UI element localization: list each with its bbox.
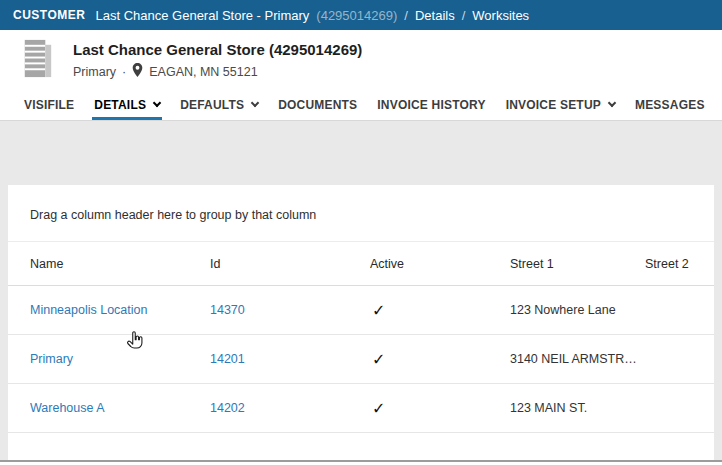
column-header-active[interactable]: Active (370, 257, 510, 271)
subtitle-separator: · (122, 65, 126, 79)
active-check-icon: ✓ (370, 350, 510, 369)
tab-label: INVOICE HISTORY (377, 98, 485, 112)
breadcrumb-separator: / (404, 8, 408, 23)
tab-label: DETAILS (94, 98, 146, 112)
worksite-name-link[interactable]: Warehouse A (30, 401, 105, 415)
tab-documents[interactable]: DOCUMENTS (278, 89, 357, 120)
customer-location: EAGAN, MN 55121 (149, 65, 257, 79)
table-row: Warehouse A 14202 ✓ 123 MAIN ST. (8, 384, 714, 433)
tab-details[interactable]: DETAILS (94, 89, 160, 120)
worksite-id-link[interactable]: 14370 (210, 303, 245, 317)
worksites-grid-card: Drag a column header here to group by th… (8, 185, 714, 465)
table-row: Primary 14201 ✓ 3140 NEIL ARMSTRON... (8, 335, 714, 384)
customer-header-text: Last Chance General Store (4295014269) P… (73, 41, 362, 80)
tab-label: INVOICE SETUP (506, 98, 601, 112)
column-header-street2[interactable]: Street 2 (645, 257, 692, 271)
breadcrumb-details[interactable]: Details (415, 8, 455, 23)
breadcrumb-entity-name[interactable]: Last Chance General Store - Primary (95, 8, 309, 23)
top-navigation-bar: CUSTOMER Last Chance General Store - Pri… (0, 0, 722, 30)
page-title: Last Chance General Store (4295014269) (73, 41, 362, 58)
tab-label: DEFAULTS (180, 98, 244, 112)
active-check-icon: ✓ (370, 399, 510, 418)
column-header-id[interactable]: Id (210, 257, 370, 271)
building-icon (14, 36, 59, 85)
location-pin-icon (132, 63, 143, 80)
chevron-down-icon (251, 99, 259, 107)
tab-invoice-setup[interactable]: INVOICE SETUP (506, 89, 615, 120)
breadcrumb-worksites[interactable]: Worksites (472, 8, 529, 23)
customer-section-label: CUSTOMER (13, 8, 85, 22)
tab-label: DOCUMENTS (278, 98, 357, 112)
tab-label: VISIFILE (24, 98, 74, 112)
table-row: Minneapolis Location 14370 ✓ 123 Nowhere… (8, 286, 714, 335)
street1-value: 3140 NEIL ARMSTRON... (510, 352, 645, 366)
breadcrumb-entity-id: (4295014269) (316, 8, 397, 23)
breadcrumb-separator: / (462, 8, 466, 23)
chevron-down-icon (608, 99, 616, 107)
street1-value: 123 MAIN ST. (510, 401, 645, 415)
column-header-street1[interactable]: Street 1 (510, 257, 645, 271)
column-header-name[interactable]: Name (30, 257, 210, 271)
grid-group-by-panel[interactable]: Drag a column header here to group by th… (8, 185, 714, 242)
worksite-id-link[interactable]: 14201 (210, 352, 245, 366)
customer-tab-strip: VISIFILE DETAILS DEFAULTS DOCUMENTS INVO… (0, 89, 722, 121)
worksite-name-link[interactable]: Primary (30, 352, 73, 366)
street1-value: 123 Nowhere Lane (510, 303, 645, 317)
tab-label: MESSAGES (635, 98, 705, 112)
window-bottom-edge (0, 460, 722, 465)
tab-messages[interactable]: MESSAGES (635, 89, 705, 120)
customer-type-label: Primary (73, 65, 116, 79)
tab-visifile[interactable]: VISIFILE (24, 89, 74, 120)
tab-defaults[interactable]: DEFAULTS (180, 89, 258, 120)
tab-invoice-history[interactable]: INVOICE HISTORY (377, 89, 485, 120)
customer-header: Last Chance General Store (4295014269) P… (0, 30, 722, 89)
active-check-icon: ✓ (370, 301, 510, 320)
grid-header-row: Name Id Active Street 1 Street 2 (8, 242, 714, 286)
worksite-name-link[interactable]: Minneapolis Location (30, 303, 147, 317)
worksite-id-link[interactable]: 14202 (210, 401, 245, 415)
worksites-content: Drag a column header here to group by th… (0, 121, 722, 465)
chevron-down-icon (153, 99, 161, 107)
